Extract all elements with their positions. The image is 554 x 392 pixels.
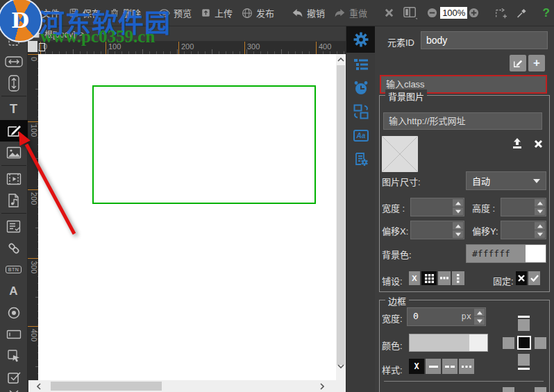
image-size-select[interactable]: 自动 [466,171,546,190]
redo-label: 重做 [349,6,367,19]
border-style-none-button[interactable]: X [409,359,424,374]
bg-width-stepper[interactable] [410,198,464,216]
tab-settings[interactable] [346,26,376,53]
resize-canvas-button[interactable] [494,7,507,19]
panel-toggle-button[interactable] [403,6,418,19]
bg-color-swatch[interactable] [526,245,546,262]
tile-grid-icon [425,274,434,283]
font-tool-glyph: A [9,284,17,298]
tool-vertical-resize[interactable] [0,72,28,94]
canvas-element-outline[interactable] [92,85,316,204]
radius-control-partial[interactable] [535,387,546,392]
tab-transform[interactable] [346,100,376,123]
tool-image[interactable] [0,142,28,163]
fixed-label: 固定: [493,274,514,287]
zoom-out-icon [427,8,437,18]
tool-form[interactable] [0,216,28,237]
offset-y-stepper[interactable] [501,221,546,239]
zoom-out-button[interactable] [427,8,437,18]
bg-height-stepper[interactable] [501,198,546,216]
border-side-left[interactable] [503,337,514,349]
palette-more-button[interactable] [0,388,28,392]
scroll-right-button[interactable] [317,380,327,392]
help-button[interactable]: ? [542,6,549,20]
repeat-x-icon [440,277,448,280]
upload-image-button[interactable] [511,138,523,149]
tool-rich-edit[interactable] [0,120,28,142]
tile-repeat-button[interactable] [421,271,437,285]
chevron-down-icon [533,179,540,183]
scroll-down-button[interactable] [336,362,346,370]
tile-repeat-x-button[interactable] [438,271,451,285]
stepper-arrows[interactable] [535,199,545,215]
bg-color-input[interactable]: #ffffff [466,244,546,263]
watermark-site-url: www.pc0359.cn [40,27,155,46]
left-tool-palette: T BTN A [0,26,28,392]
document-gear-icon [353,151,369,167]
tile-none-button[interactable]: X [409,271,420,285]
tab-page-settings[interactable] [346,147,376,171]
stepper-arrows[interactable] [535,222,545,238]
tab-timer[interactable] [346,76,376,100]
vertical-ruler: 0 100 200 300 400 [28,54,38,380]
scroll-up-button[interactable] [336,56,346,64]
tool-textbox[interactable] [0,323,28,345]
border-width-stepper[interactable]: 0 px [407,307,486,326]
border-style-dotted-button[interactable] [459,359,474,374]
tool-checkbox[interactable] [0,366,28,388]
design-canvas[interactable] [38,54,336,380]
border-style-solid-button[interactable] [426,359,441,374]
radius-control-partial[interactable] [503,387,514,392]
border-style-dashed-button[interactable] [442,359,458,374]
eyedropper-icon[interactable] [517,7,528,19]
clear-image-button[interactable] [534,139,543,148]
publish-button[interactable]: 发布 [242,6,274,19]
stepper-arrows[interactable] [453,222,463,238]
tile-repeat-y-button[interactable] [452,271,464,285]
vertical-arrow-icon [8,75,20,92]
border-bottom-indicator [518,368,530,370]
tool-text[interactable]: T [0,99,28,120]
close-button[interactable] [385,8,394,17]
tool-audio[interactable] [0,189,28,211]
edit-class-button[interactable] [510,55,526,71]
tool-video[interactable] [0,168,28,189]
fixed-no-button[interactable] [516,271,527,285]
tool-button[interactable]: BTN [0,259,28,280]
redo-button[interactable]: 重做 [334,6,367,19]
horizontal-scroll-thumb[interactable] [51,382,162,391]
border-side-top[interactable] [518,319,530,331]
tab-text-style[interactable]: Aa [346,123,376,147]
border-color-picker[interactable] [409,334,488,352]
video-icon [6,173,22,185]
v-ruler-tick: 0 [28,54,38,61]
stepper-arrows[interactable] [453,199,463,215]
tree-list-icon [353,58,369,71]
tool-link[interactable] [0,237,28,259]
v-ruler-tick: 100 [28,121,38,137]
tab-tree[interactable] [346,53,376,76]
tool-horizontal-resize[interactable] [0,51,28,72]
border-side-all[interactable] [517,336,531,350]
background-url-input[interactable] [383,112,542,130]
vertical-scrollbar[interactable] [336,54,346,380]
chevron-up-icon [337,58,344,62]
textbox-icon [6,330,22,339]
stepper-arrows[interactable] [474,309,485,325]
image-preview[interactable] [382,136,418,172]
tool-radio[interactable] [0,302,28,323]
border-side-right[interactable] [535,337,546,349]
horizontal-scrollbar[interactable] [28,380,346,392]
tool-font[interactable]: A [0,280,28,302]
zoom-in-button[interactable] [469,8,479,18]
border-side-bottom[interactable] [518,354,530,366]
offset-x-stepper[interactable] [410,221,464,239]
upload-button[interactable]: 上传 [201,6,233,19]
tool-drag[interactable] [0,345,28,366]
fixed-yes-button[interactable] [528,271,540,285]
element-id-input[interactable] [421,31,548,49]
vertical-scroll-thumb[interactable] [337,65,345,365]
scroll-left-button[interactable] [34,380,44,392]
add-class-button[interactable]: + [528,55,545,71]
undo-button[interactable]: 撤销 [292,6,325,19]
